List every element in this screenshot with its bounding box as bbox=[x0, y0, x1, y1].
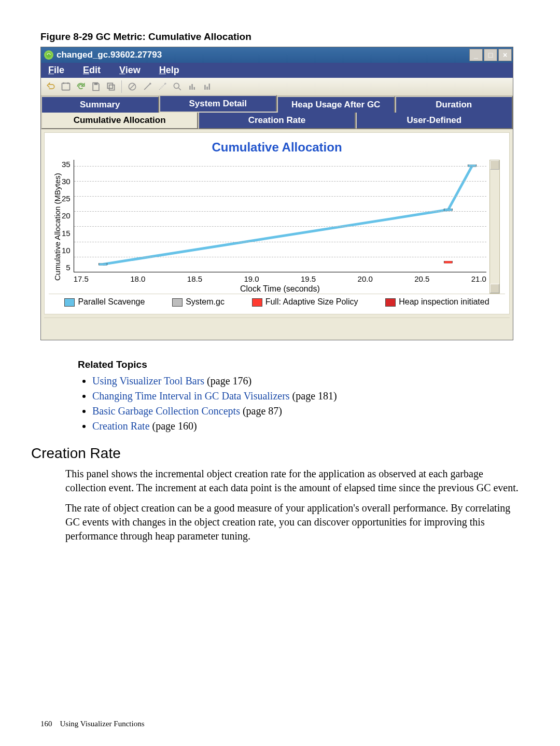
svg-rect-22 bbox=[444, 209, 452, 211]
svg-line-8 bbox=[130, 84, 135, 89]
svg-rect-5 bbox=[107, 83, 113, 88]
svg-line-9 bbox=[144, 84, 150, 90]
close-button[interactable]: × bbox=[498, 49, 512, 61]
vertical-scrollbar[interactable] bbox=[489, 160, 500, 294]
svg-rect-24 bbox=[444, 261, 452, 263]
ytick: 10 bbox=[62, 246, 71, 255]
related-page: (page 181) bbox=[292, 390, 337, 402]
window-statusbar bbox=[44, 317, 510, 337]
legend-item: System.gc bbox=[172, 297, 225, 307]
svg-rect-4 bbox=[94, 83, 98, 85]
legend-swatch bbox=[172, 298, 183, 307]
app-icon bbox=[44, 50, 53, 60]
bar-chart2-icon[interactable] bbox=[201, 80, 214, 93]
x-axis-label: Clock Time (seconds) bbox=[74, 284, 486, 294]
wand-dashed-icon[interactable] bbox=[156, 80, 169, 93]
svg-line-11 bbox=[159, 84, 165, 90]
legend-item: Heap inspection initiated bbox=[385, 297, 489, 307]
maximize-button[interactable]: □ bbox=[484, 49, 497, 61]
svg-rect-20 bbox=[209, 84, 211, 90]
svg-point-0 bbox=[46, 52, 52, 58]
ytick: 15 bbox=[62, 229, 71, 238]
related-link[interactable]: Changing Time Interval in GC Data Visual… bbox=[92, 390, 292, 402]
menu-file[interactable]: File bbox=[48, 65, 64, 76]
tab-duration[interactable]: Duration bbox=[395, 96, 513, 113]
related-page: (page 87) bbox=[243, 405, 282, 417]
app-window: changed_gc.93602.27793 _ □ × File Edit V… bbox=[40, 47, 513, 340]
svg-rect-21 bbox=[99, 263, 107, 265]
xtick: 20.5 bbox=[414, 274, 429, 283]
figure-caption: Figure 8-29 GC Metric: Cumulative Alloca… bbox=[40, 31, 520, 43]
schedule-icon[interactable] bbox=[59, 80, 73, 93]
svg-line-14 bbox=[179, 88, 181, 90]
svg-rect-19 bbox=[206, 87, 208, 90]
ytick: 25 bbox=[62, 194, 71, 203]
chart-series bbox=[74, 160, 486, 272]
gridline bbox=[74, 226, 486, 227]
refresh-icon[interactable] bbox=[74, 80, 88, 93]
related-page: (page 176) bbox=[207, 375, 251, 386]
tab-summary[interactable]: Summary bbox=[41, 96, 159, 113]
tab-system-detail[interactable]: System Detail bbox=[159, 95, 277, 112]
xtick: 20.0 bbox=[358, 274, 373, 283]
minimize-button[interactable]: _ bbox=[469, 49, 483, 61]
wand-icon[interactable] bbox=[141, 80, 154, 93]
chart-legend: Parallel ScavengeSystem.gcFull: Adaptive… bbox=[49, 294, 505, 310]
scroll-down-button[interactable] bbox=[490, 284, 499, 293]
legend-item: Parallel Scavenge bbox=[64, 297, 145, 307]
svg-rect-6 bbox=[109, 85, 115, 90]
titlebar: changed_gc.93602.27793 _ □ × bbox=[41, 47, 513, 63]
tabs-row2: Cumulative Allocation Creation Rate User… bbox=[41, 113, 513, 129]
section-heading: Creation Rate bbox=[31, 445, 520, 462]
xtick: 21.0 bbox=[471, 274, 486, 283]
gridline bbox=[74, 181, 486, 182]
legend-swatch bbox=[64, 298, 75, 307]
ytick: 5 bbox=[66, 263, 70, 272]
xtick: 17.5 bbox=[74, 274, 89, 283]
tab-cumulative-allocation[interactable]: Cumulative Allocation bbox=[41, 113, 198, 129]
bar-chart-icon[interactable] bbox=[186, 80, 199, 93]
menu-edit[interactable]: Edit bbox=[83, 65, 101, 76]
y-axis-label: Cumulative Allocation (MBytes) bbox=[51, 160, 62, 294]
tab-user-defined[interactable]: User-Defined bbox=[356, 113, 513, 129]
svg-point-10 bbox=[149, 83, 151, 85]
gridline bbox=[74, 166, 486, 167]
scroll-up-button[interactable] bbox=[490, 160, 499, 170]
related-topics-heading: Related Topics bbox=[78, 359, 520, 370]
menubar: File Edit View Help bbox=[41, 63, 513, 78]
related-page: (page 160) bbox=[152, 420, 197, 432]
svg-point-13 bbox=[174, 83, 179, 88]
copy-window-icon[interactable] bbox=[104, 80, 118, 93]
save-icon[interactable] bbox=[89, 80, 103, 93]
svg-point-12 bbox=[164, 83, 166, 85]
legend-swatch bbox=[252, 298, 262, 307]
svg-rect-17 bbox=[194, 87, 195, 90]
ytick: 35 bbox=[62, 160, 71, 169]
related-item: Using Visualizer Tool Bars (page 176) bbox=[92, 374, 520, 389]
zoom-icon[interactable] bbox=[171, 80, 184, 93]
related-item: Basic Garbage Collection Concepts (page … bbox=[92, 404, 520, 419]
xtick: 19.5 bbox=[301, 274, 316, 283]
related-link[interactable]: Creation Rate bbox=[92, 420, 152, 432]
menu-help[interactable]: Help bbox=[159, 65, 179, 76]
tab-heap-usage[interactable]: Heap Usage After GC bbox=[277, 96, 395, 113]
cancel-icon[interactable] bbox=[125, 80, 139, 93]
related-link[interactable]: Basic Garbage Collection Concepts bbox=[92, 405, 243, 417]
footer-title: Using Visualizer Functions bbox=[60, 720, 145, 728]
undo-icon[interactable] bbox=[44, 80, 58, 93]
gridline bbox=[74, 257, 486, 257]
legend-label: System.gc bbox=[186, 297, 225, 306]
related-item: Changing Time Interval in GC Data Visual… bbox=[92, 389, 520, 404]
chart-title: Cumulative Allocation bbox=[49, 140, 505, 155]
related-topics-list: Using Visualizer Tool Bars (page 176)Cha… bbox=[92, 374, 520, 434]
related-item: Creation Rate (page 160) bbox=[92, 419, 520, 434]
legend-label: Parallel Scavenge bbox=[78, 297, 145, 306]
related-link[interactable]: Using Visualizer Tool Bars bbox=[92, 375, 207, 386]
legend-swatch bbox=[385, 298, 396, 307]
tab-creation-rate[interactable]: Creation Rate bbox=[198, 113, 355, 129]
body-paragraph: This panel shows the incremental object … bbox=[65, 467, 520, 495]
body-paragraph: The rate of object creation can be a goo… bbox=[65, 501, 520, 543]
menu-view[interactable]: View bbox=[119, 65, 141, 76]
scroll-track[interactable] bbox=[490, 170, 499, 284]
xtick: 19.0 bbox=[244, 274, 259, 283]
